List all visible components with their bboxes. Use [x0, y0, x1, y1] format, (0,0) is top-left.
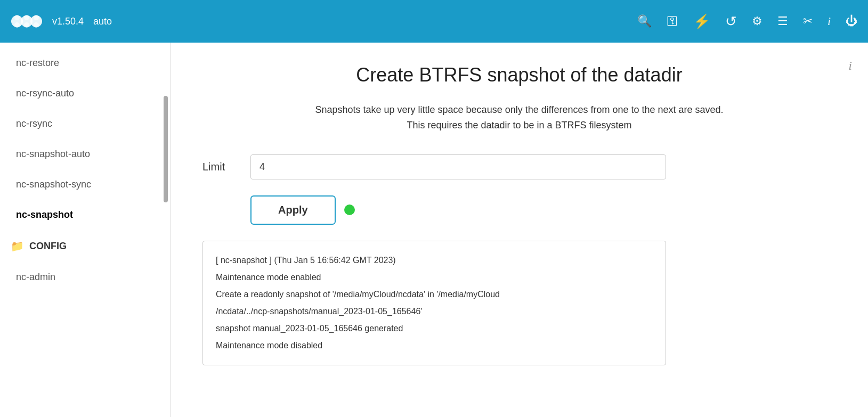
status-indicator: [344, 205, 355, 215]
sidebar-section-config[interactable]: 📁 CONFIG: [0, 230, 170, 262]
output-line-3: /ncdata/../ncp-snapshots/manual_2023-01-…: [216, 303, 653, 320]
activity-icon[interactable]: ⚡: [693, 13, 710, 30]
list-icon[interactable]: ☰: [777, 14, 788, 28]
search-icon[interactable]: 🔍: [637, 14, 652, 28]
sidebar-item-nc-snapshot-auto[interactable]: nc-snapshot-auto: [0, 139, 170, 169]
topbar-icons: 🔍 ⚿ ⚡ ↺ ⚙ ☰ ✂ i ⏻: [637, 13, 857, 30]
output-line-4: snapshot manual_2023-01-05_165646 genera…: [216, 320, 653, 337]
sidebar-item-nc-admin[interactable]: nc-admin: [0, 262, 170, 292]
svg-point-6: [24, 22, 29, 28]
sidebar-item-nc-rsync[interactable]: nc-rsync: [0, 109, 170, 139]
form-row-limit: Limit: [202, 154, 666, 179]
output-line-2: Create a readonly snapshot of '/media/my…: [216, 286, 653, 303]
info-icon[interactable]: i: [828, 14, 831, 28]
output-line-1: Maintenance mode enabled: [216, 269, 653, 286]
sidebar-scrollbar[interactable]: [164, 96, 168, 202]
sidebar-item-nc-snapshot[interactable]: nc-snapshot: [0, 200, 170, 230]
sidebar-item-nc-restore[interactable]: nc-restore: [0, 48, 170, 78]
topbar: v1.50.4 auto 🔍 ⚿ ⚡ ↺ ⚙ ☰ ✂ i ⏻: [0, 0, 868, 43]
folder-icon: 📁: [11, 240, 24, 252]
power-icon[interactable]: ⏻: [846, 14, 857, 28]
key-icon[interactable]: ⚿: [667, 14, 678, 28]
output-box: [ nc-snapshot ] (Thu Jan 5 16:56:42 GMT …: [202, 241, 666, 365]
logo-area: v1.50.4 auto: [11, 8, 112, 35]
tools-icon[interactable]: ✂: [803, 14, 813, 28]
sidebar-item-nc-snapshot-sync[interactable]: nc-snapshot-sync: [0, 169, 170, 200]
limit-label: Limit: [202, 161, 240, 173]
apply-row: Apply: [202, 195, 836, 225]
settings-icon[interactable]: ⚙: [752, 14, 762, 28]
content-area: i Create BTRFS snapshot of the datadir S…: [171, 43, 868, 417]
page-title: Create BTRFS snapshot of the datadir: [202, 64, 836, 86]
mode-label: auto: [93, 16, 112, 27]
svg-point-4: [14, 22, 20, 28]
output-line-5: Maintenance mode disabled: [216, 337, 653, 354]
limit-input[interactable]: [250, 154, 666, 179]
main-layout: nc-restore nc-rsync-auto nc-rsync nc-sna…: [0, 43, 868, 417]
svg-point-3: [14, 15, 20, 20]
svg-point-8: [34, 22, 39, 28]
refresh-icon[interactable]: ↺: [725, 13, 737, 30]
sidebar-item-nc-rsync-auto[interactable]: nc-rsync-auto: [0, 78, 170, 109]
output-line-0: [ nc-snapshot ] (Thu Jan 5 16:56:42 GMT …: [216, 252, 653, 269]
sidebar: nc-restore nc-rsync-auto nc-rsync nc-sna…: [0, 43, 171, 417]
version-label: v1.50.4: [52, 16, 84, 27]
content-info-icon[interactable]: i: [848, 59, 852, 73]
svg-point-5: [24, 15, 29, 20]
app-logo: [11, 8, 43, 35]
svg-point-7: [34, 15, 39, 20]
apply-button[interactable]: Apply: [250, 195, 336, 225]
page-description: Snapshots take up very little space beca…: [312, 102, 727, 133]
